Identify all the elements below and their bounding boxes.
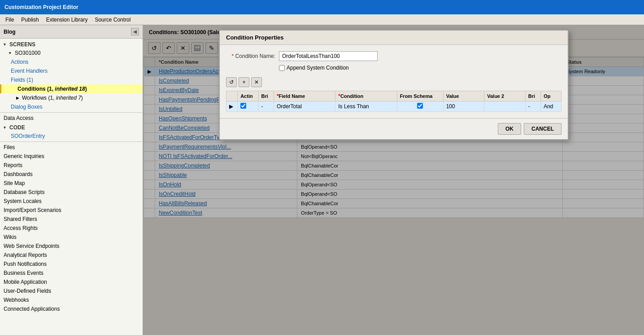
sidebar-item-reports[interactable]: Reports <box>0 161 143 170</box>
actions-label: Actions <box>11 59 28 65</box>
ok-button[interactable]: OK <box>498 123 521 135</box>
inner-value2-cell <box>484 101 526 112</box>
so301000-label: SO301000 <box>15 50 40 56</box>
sidebar-collapse-btn[interactable]: ◀ <box>131 28 139 35</box>
menu-file[interactable]: File <box>2 15 17 24</box>
inner-op-header: Op <box>541 91 561 101</box>
business-events-label: Business Events <box>4 270 44 276</box>
menu-publish[interactable]: Publish <box>17 15 42 24</box>
sidebar-item-database-scripts[interactable]: Database Scripts <box>0 188 143 197</box>
sidebar-item-soorderentry[interactable]: SOOrderEntry <box>0 132 143 141</box>
sidebar-item-web-service[interactable]: Web Service Endpoints <box>0 242 143 251</box>
sidebar-item-connected-apps[interactable]: Connected Applications <box>0 304 143 313</box>
code-arrow: ▾ <box>4 125 8 130</box>
conditions-label: Conditions (1, inherited 18) <box>17 86 87 92</box>
condition-properties-modal: Condition Properties * Condition Name: A… <box>219 30 569 140</box>
screens-label: SCREENS <box>9 41 35 48</box>
modal-body: * Condition Name: Append System Conditio… <box>220 45 568 118</box>
analytical-reports-label: Analytical Reports <box>4 252 47 258</box>
sidebar-item-dialog-boxes[interactable]: Dialog Boxes <box>0 102 143 111</box>
fields-label: Fields (1) <box>11 77 33 83</box>
inner-value-header: Value <box>443 91 484 101</box>
sidebar-item-generic-inquiries[interactable]: Generic Inquiries <box>0 152 143 161</box>
sidebar: Blog ◀ ▾ SCREENS ▾ SO301000 Actions Even… <box>0 25 144 335</box>
inner-refresh-button[interactable]: ↺ <box>226 77 237 87</box>
inner-add-button[interactable]: + <box>239 77 249 87</box>
menu-bar: File Publish Extension Library Source Co… <box>0 14 644 25</box>
soorderentry-label: SOOrderEntry <box>11 133 45 139</box>
inner-bri-cell: - <box>258 101 274 112</box>
webhooks-label: Webhooks <box>4 297 29 303</box>
sidebar-item-screens[interactable]: ▾ SCREENS <box>0 40 143 48</box>
sidebar-item-business-events[interactable]: Business Events <box>0 269 143 278</box>
mobile-app-label: Mobile Application <box>4 279 47 285</box>
screens-arrow: ▾ <box>4 42 8 47</box>
access-rights-label: Access Rights <box>4 225 38 231</box>
cancel-button[interactable]: CANCEL <box>524 123 561 135</box>
sidebar-item-user-defined-fields[interactable]: User-Defined Fields <box>0 287 143 295</box>
web-service-label: Web Service Endpoints <box>4 243 60 249</box>
inner-value-cell: 100 <box>443 101 484 112</box>
files-label: Files <box>4 144 15 150</box>
inner-bri2-cell: - <box>525 101 540 112</box>
inner-delete-button[interactable]: ✕ <box>251 77 262 87</box>
menu-extension-library[interactable]: Extension Library <box>43 15 91 24</box>
sidebar-item-actions[interactable]: Actions <box>0 57 143 66</box>
sidebar-item-code[interactable]: ▾ CODE <box>0 123 143 132</box>
app-title: Customization Project Editor <box>4 4 78 10</box>
event-handlers-label: Event Handlers <box>11 68 48 74</box>
import-export-label: Import/Export Scenarios <box>4 207 61 213</box>
reports-label: Reports <box>4 162 22 168</box>
condition-name-input[interactable] <box>279 51 378 61</box>
main-layout: Blog ◀ ▾ SCREENS ▾ SO301000 Actions Even… <box>0 25 644 335</box>
menu-source-control[interactable]: Source Control <box>91 15 134 24</box>
shared-filters-label: Shared Filters <box>4 216 37 222</box>
push-notifications-label: Push Notifications <box>4 261 47 267</box>
dashboards-label: Dashboards <box>4 171 33 177</box>
database-scripts-label: Database Scripts <box>4 189 44 195</box>
workflows-arrow: ▶ <box>16 96 21 100</box>
inner-fieldname-cell: OrderTotal <box>274 101 335 112</box>
modal-title: Condition Properties <box>220 31 568 45</box>
wikis-label: Wikis <box>4 234 17 240</box>
inner-fromschema-checkbox[interactable] <box>417 103 423 109</box>
sidebar-item-shared-filters[interactable]: Shared Filters <box>0 215 143 224</box>
inner-fromschema-header: From Schema <box>397 91 443 101</box>
title-bar: Customization Project Editor <box>0 0 644 14</box>
inner-op-cell: And <box>541 101 561 112</box>
sidebar-item-push-notifications[interactable]: Push Notifications <box>0 260 143 269</box>
sidebar-item-mobile-app[interactable]: Mobile Application <box>0 278 143 287</box>
sidebar-item-analytical-reports[interactable]: Analytical Reports <box>0 251 143 260</box>
modal-footer: OK CANCEL <box>220 118 568 139</box>
sidebar-title: Blog <box>4 29 16 35</box>
sidebar-item-event-handlers[interactable]: Event Handlers <box>0 66 143 75</box>
sidebar-item-files[interactable]: Files <box>0 143 143 152</box>
sidebar-item-dashboards[interactable]: Dashboards <box>0 170 143 179</box>
so301000-arrow: ▾ <box>9 51 13 55</box>
dialog-boxes-label: Dialog Boxes <box>11 104 43 110</box>
sidebar-item-import-export[interactable]: Import/Export Scenarios <box>0 206 143 215</box>
inner-condition-cell: Is Less Than <box>335 101 397 112</box>
sidebar-item-conditions[interactable]: Conditions (1, inherited 18) <box>0 84 143 93</box>
inner-condition-header: *Condition <box>335 91 397 101</box>
sidebar-item-system-locales[interactable]: System Locales <box>0 197 143 206</box>
sidebar-item-fields[interactable]: Fields (1) <box>0 75 143 84</box>
inner-table-row: ▶ - OrderTotal Is Less Than 10 <box>226 101 561 112</box>
sidebar-item-site-map[interactable]: Site Map <box>0 179 143 188</box>
site-map-label: Site Map <box>4 180 25 186</box>
sidebar-item-so301000[interactable]: ▾ SO301000 <box>0 48 143 57</box>
condition-name-label: * Condition Name: <box>226 53 275 59</box>
inner-value2-header: Value 2 <box>484 91 526 101</box>
sidebar-item-wikis[interactable]: Wikis <box>0 233 143 242</box>
inner-actin-checkbox[interactable] <box>240 103 246 109</box>
condition-rows-table: Actin Bri *Field Name *Condition From Sc… <box>226 91 561 112</box>
sidebar-item-webhooks[interactable]: Webhooks <box>0 295 143 304</box>
content-area: Conditions: SO301000 (Sales Orders) ↺ ↶ … <box>144 25 644 335</box>
sidebar-item-data-access[interactable]: Data Access <box>0 114 143 123</box>
append-system-condition-checkbox[interactable] <box>279 65 285 71</box>
condition-name-row: * Condition Name: <box>226 51 561 61</box>
sidebar-item-access-rights[interactable]: Access Rights <box>0 224 143 233</box>
sidebar-item-workflows[interactable]: ▶ Workflows (1, inherited 7) <box>0 93 143 102</box>
tree-section: ▾ SCREENS ▾ SO301000 Actions Event Handl… <box>0 39 143 314</box>
inner-expand-header <box>226 91 238 101</box>
